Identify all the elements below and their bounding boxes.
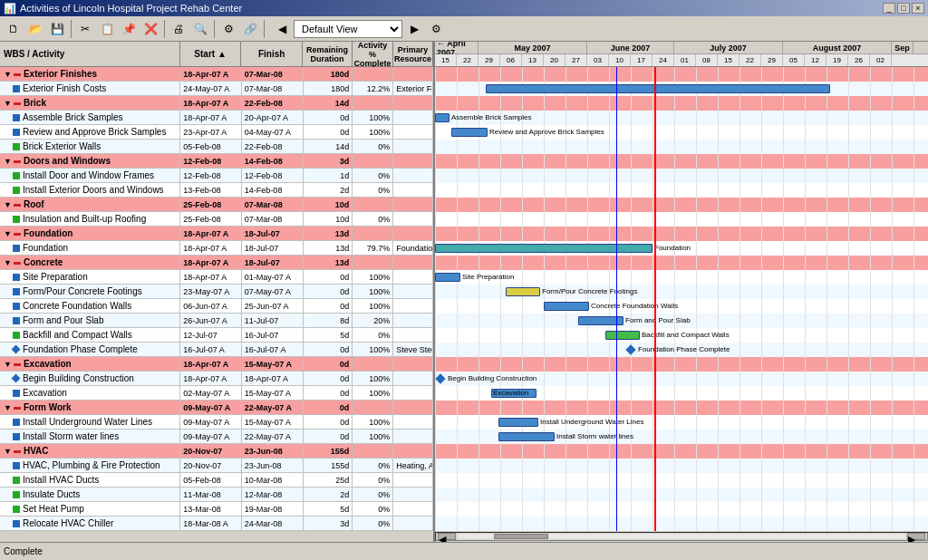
cell-prim bbox=[393, 154, 433, 168]
table-row[interactable]: Form/Pour Concrete Footings 23-May-07 A … bbox=[0, 285, 433, 299]
cell-prim bbox=[393, 357, 433, 371]
table-row[interactable]: Exterior Finish Costs 24-May-07 A 07-Mar… bbox=[0, 82, 433, 96]
link-button[interactable]: 🔗 bbox=[240, 19, 260, 39]
maximize-button[interactable]: □ bbox=[897, 3, 910, 14]
col-header-wbs[interactable]: WBS / Activity bbox=[0, 42, 180, 66]
table-row[interactable]: Concrete Foundation Walls 06-Jun-07 A 25… bbox=[0, 299, 433, 314]
cell-rem: 8d bbox=[304, 314, 353, 327]
gantt-grid-line bbox=[631, 67, 632, 531]
table-row[interactable]: Install HVAC Ducts 05-Feb-08 10-Mar-08 2… bbox=[0, 473, 433, 488]
gantt-row-bg bbox=[435, 140, 928, 154]
col-header-finish[interactable]: Finish bbox=[241, 42, 303, 66]
table-row[interactable]: ▼Foundation 18-Apr-07 A 18-Jul-07 13d bbox=[0, 227, 433, 241]
table-row[interactable]: Form and Pour Slab 26-Jun-07 A 11-Jul-07… bbox=[0, 314, 433, 328]
search-button[interactable]: 🔍 bbox=[190, 19, 210, 39]
table-row[interactable]: Foundation 18-Apr-07 A 18-Jul-07 13d 79.… bbox=[0, 241, 433, 256]
view-back-button[interactable]: ◀ bbox=[272, 19, 292, 39]
cell-act: 0% bbox=[353, 502, 393, 516]
view-settings-button[interactable]: ⚙ bbox=[426, 19, 446, 39]
open-button[interactable]: 📂 bbox=[25, 19, 45, 39]
cell-act: 79.7% bbox=[353, 241, 393, 255]
delete-button[interactable]: ❌ bbox=[140, 19, 160, 39]
gantt-grid-line bbox=[696, 67, 697, 531]
gantt-bar[interactable] bbox=[435, 244, 652, 253]
copy-button[interactable]: 📋 bbox=[97, 19, 117, 39]
gantt-bar[interactable] bbox=[544, 302, 589, 311]
cell-start: 18-Apr-07 A bbox=[180, 270, 242, 284]
table-row[interactable]: Begin Building Construction 18-Apr-07 A … bbox=[0, 372, 433, 386]
table-row[interactable]: Assemble Brick Samples 18-Apr-07 A 20-Ap… bbox=[0, 111, 433, 125]
view-forward-button[interactable]: ▶ bbox=[404, 19, 424, 39]
gantt-bar[interactable] bbox=[605, 331, 640, 340]
gantt-scroll[interactable]: ◀ ▶ bbox=[435, 531, 928, 542]
table-row[interactable]: Backfill and Compact Walls 12-Jul-07 16-… bbox=[0, 328, 433, 343]
table-row[interactable]: ▼Excavation 18-Apr-07 A 15-May-07 A 0d bbox=[0, 357, 433, 372]
table-row[interactable]: Install Underground Water Lines 09-May-0… bbox=[0, 415, 433, 430]
table-row[interactable]: Install Storm water lines 09-May-07 A 22… bbox=[0, 430, 433, 444]
table-row[interactable]: Set Heat Pump 13-Mar-08 19-Mar-08 5d 0% bbox=[0, 502, 433, 517]
gantt-week: 19 bbox=[826, 54, 848, 66]
cell-finish: 12-Feb-08 bbox=[242, 169, 304, 182]
print-button[interactable]: 🖨 bbox=[169, 19, 188, 39]
table-row[interactable]: Foundation Phase Complete 16-Jul-07 A 16… bbox=[0, 343, 433, 357]
gantt-bar[interactable] bbox=[435, 273, 460, 282]
new-button[interactable]: 🗋 bbox=[4, 19, 24, 39]
table-row[interactable]: Brick Exterior Walls 05-Feb-08 22-Feb-08… bbox=[0, 140, 433, 154]
cell-prim bbox=[393, 256, 433, 269]
table-row[interactable]: Install Door and Window Frames 12-Feb-08… bbox=[0, 169, 433, 183]
cell-prim bbox=[393, 401, 433, 414]
gantt-bar[interactable] bbox=[451, 128, 488, 137]
table-row[interactable]: ▼Form Work 09-May-07 A 22-May-07 A 0d bbox=[0, 401, 433, 415]
cell-prim bbox=[393, 488, 433, 501]
gantt-bar[interactable] bbox=[486, 84, 830, 93]
gantt-bar[interactable] bbox=[498, 432, 555, 441]
gantt-week: 12 bbox=[805, 54, 826, 66]
cell-rem: 180d bbox=[304, 67, 353, 81]
current-date-line bbox=[654, 67, 656, 531]
save-button[interactable]: 💾 bbox=[47, 19, 67, 39]
table-row[interactable]: ▼Exterior Finishes 18-Apr-07 A 07-Mar-08… bbox=[0, 67, 433, 82]
table-row[interactable]: Insulation and Built-up Roofing 25-Feb-0… bbox=[0, 212, 433, 227]
filter-button[interactable]: ⚙ bbox=[218, 19, 238, 39]
table-row[interactable]: ▼HVAC 20-Nov-07 23-Jun-08 155d bbox=[0, 444, 433, 459]
minimize-button[interactable]: _ bbox=[883, 3, 895, 14]
col-header-start[interactable]: Start ▲ bbox=[180, 42, 242, 66]
cell-start: 26-Jun-07 A bbox=[180, 314, 242, 327]
table-row[interactable]: Site Preparation 18-Apr-07 A 01-May-07 A… bbox=[0, 270, 433, 285]
cell-act: 0% bbox=[353, 140, 393, 153]
gantt-grid-line bbox=[609, 67, 610, 531]
table-row[interactable]: ▼Roof 25-Feb-08 07-Mar-08 10d bbox=[0, 198, 433, 212]
col-header-rem[interactable]: Remaining Duration bbox=[303, 42, 353, 66]
gantt-bar[interactable] bbox=[498, 418, 538, 427]
cell-finish: 22-May-07 A bbox=[242, 401, 304, 414]
col-header-act[interactable]: Activity % Complete bbox=[353, 42, 393, 66]
gantt-bar-label: Foundation bbox=[654, 244, 691, 253]
cell-start: 18-Apr-07 A bbox=[180, 372, 242, 385]
table-row[interactable]: HVAC, Plumbing & Fire Protection 20-Nov-… bbox=[0, 459, 433, 473]
cell-start: 05-Feb-08 bbox=[180, 140, 242, 153]
gantt-body[interactable]: Assemble Brick SamplesReview and Approve… bbox=[435, 67, 928, 531]
cell-finish: 07-Mar-08 bbox=[242, 67, 304, 81]
table-row[interactable]: Review and Approve Brick Samples 23-Apr-… bbox=[0, 125, 433, 140]
gantt-bar[interactable] bbox=[506, 287, 540, 296]
cell-act: 20% bbox=[353, 314, 393, 327]
table-row[interactable]: Relocate HVAC Chiller 18-Mar-08 A 24-Mar… bbox=[0, 517, 433, 531]
gantt-bar[interactable] bbox=[435, 113, 450, 122]
cell-finish: 12-Mar-08 bbox=[242, 488, 304, 501]
close-button[interactable]: × bbox=[912, 3, 924, 14]
cell-prim bbox=[393, 96, 433, 110]
table-row[interactable]: Install Exterior Doors and Windows 13-Fe… bbox=[0, 183, 433, 198]
table-row[interactable]: ▼Concrete 18-Apr-07 A 18-Jul-07 13d bbox=[0, 256, 433, 270]
paste-button[interactable]: 📌 bbox=[119, 19, 139, 39]
table-row[interactable]: Insulate Ducts 11-Mar-08 12-Mar-08 2d 0% bbox=[0, 488, 433, 502]
cell-prim bbox=[393, 386, 433, 400]
cell-act: 100% bbox=[353, 111, 393, 124]
col-header-prim[interactable]: Primary Resource bbox=[393, 42, 433, 66]
view-dropdown[interactable]: Default View bbox=[294, 20, 402, 38]
table-row[interactable]: ▼Doors and Windows 12-Feb-08 14-Feb-08 3… bbox=[0, 154, 433, 169]
table-row[interactable]: Excavation 02-May-07 A 15-May-07 A 0d 10… bbox=[0, 386, 433, 401]
cell-start: 18-Apr-07 A bbox=[180, 96, 242, 110]
table-row[interactable]: ▼Brick 18-Apr-07 A 22-Feb-08 14d bbox=[0, 96, 433, 111]
cell-act: 100% bbox=[353, 125, 393, 139]
cut-button[interactable]: ✂ bbox=[75, 19, 95, 39]
